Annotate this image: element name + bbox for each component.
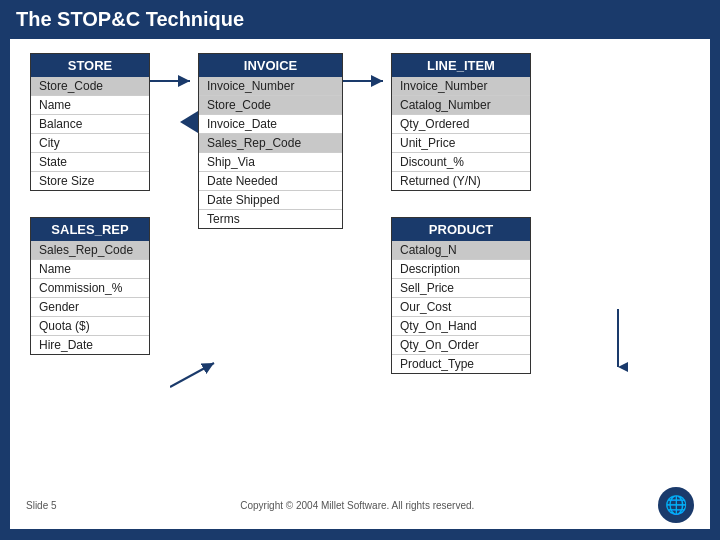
- store-header: STORE: [31, 54, 149, 77]
- line-item-field-5: Discount_%: [392, 153, 530, 172]
- left-entities: STORE Store_Code Name Balance City State…: [30, 53, 150, 355]
- invoice-field-5: Ship_Via: [199, 153, 342, 172]
- sales-rep-field-2: Name: [31, 260, 149, 279]
- store-to-invoice-arrow: [150, 53, 198, 91]
- diagram: STORE Store_Code Name Balance City State…: [30, 53, 690, 374]
- header: The STOP&C Technique: [0, 0, 720, 39]
- store-field-5: State: [31, 153, 149, 172]
- globe-icon: 🌐: [658, 487, 694, 523]
- sales-rep-field-3: Commission_%: [31, 279, 149, 298]
- sales-rep-field-4: Gender: [31, 298, 149, 317]
- invoice-field-1: Invoice_Number: [199, 77, 342, 96]
- store-field-3: Balance: [31, 115, 149, 134]
- store-entity: STORE Store_Code Name Balance City State…: [30, 53, 150, 191]
- svg-marker-2: [180, 111, 198, 133]
- invoice-field-3: Invoice_Date: [199, 115, 342, 134]
- arrow-svg-2: [343, 71, 391, 91]
- invoice-field-6: Date Needed: [199, 172, 342, 191]
- sales-rep-field-1: Sales_Rep_Code: [31, 241, 149, 260]
- sales-rep-header: SALES_REP: [31, 218, 149, 241]
- line-item-entity: LINE_ITEM Invoice_Number Catalog_Number …: [391, 53, 531, 191]
- blue-side-arrow-icon: [180, 111, 198, 137]
- line-item-field-6: Returned (Y/N): [392, 172, 530, 190]
- invoice-entity: INVOICE Invoice_Number Store_Code Invoic…: [198, 53, 343, 229]
- sales-rep-field-5: Quota ($): [31, 317, 149, 336]
- invoice-field-2: Store_Code: [199, 96, 342, 115]
- store-field-1: Store_Code: [31, 77, 149, 96]
- main-content: STORE Store_Code Name Balance City State…: [10, 39, 710, 529]
- slide-number: Slide 5: [26, 500, 57, 511]
- svg-line-6: [170, 363, 214, 387]
- line-item-field-3: Qty_Ordered: [392, 115, 530, 134]
- product-field-5: Qty_On_Hand: [392, 317, 530, 336]
- store-field-2: Name: [31, 96, 149, 115]
- header-title: The STOP&C Technique: [16, 8, 244, 31]
- invoice-to-right-arrow: [343, 53, 391, 91]
- product-entity: PRODUCT Catalog_N Description Sell_Price…: [391, 217, 531, 374]
- product-field-4: Our_Cost: [392, 298, 530, 317]
- line-item-field-2: Catalog_Number: [392, 96, 530, 115]
- invoice-header: INVOICE: [199, 54, 342, 77]
- footer: Slide 5 Copyright © 2004 Millet Software…: [26, 487, 694, 523]
- copyright: Copyright © 2004 Millet Software. All ri…: [240, 500, 474, 511]
- line-item-to-product-arrow: [608, 309, 628, 383]
- line-item-header: LINE_ITEM: [392, 54, 530, 77]
- product-field-6: Qty_On_Order: [392, 336, 530, 355]
- right-entities: LINE_ITEM Invoice_Number Catalog_Number …: [391, 53, 531, 374]
- sales-rep-entity: SALES_REP Sales_Rep_Code Name Commission…: [30, 217, 150, 355]
- sales-rep-field-6: Hire_Date: [31, 336, 149, 354]
- store-field-6: Store Size: [31, 172, 149, 190]
- product-field-2: Description: [392, 260, 530, 279]
- arrow-svg: [150, 71, 198, 91]
- line-item-field-4: Unit_Price: [392, 134, 530, 153]
- invoice-area: INVOICE Invoice_Number Store_Code Invoic…: [198, 53, 343, 229]
- product-header: PRODUCT: [392, 218, 530, 241]
- sales-rep-arrow-note: [170, 359, 220, 393]
- store-field-4: City: [31, 134, 149, 153]
- invoice-field-7: Date Shipped: [199, 191, 342, 210]
- invoice-field-4: Sales_Rep_Code: [199, 134, 342, 153]
- product-field-3: Sell_Price: [392, 279, 530, 298]
- product-field-7: Product_Type: [392, 355, 530, 373]
- invoice-field-8: Terms: [199, 210, 342, 228]
- line-item-field-1: Invoice_Number: [392, 77, 530, 96]
- product-field-1: Catalog_N: [392, 241, 530, 260]
